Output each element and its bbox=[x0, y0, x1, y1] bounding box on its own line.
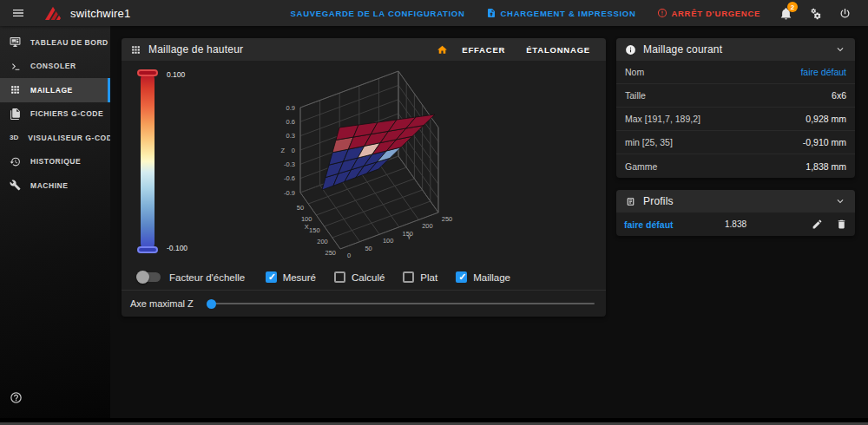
clear-mesh-button[interactable]: EFFACER bbox=[455, 42, 512, 57]
3d-icon: 3D bbox=[10, 134, 18, 141]
fluidd-logo-icon[interactable] bbox=[43, 5, 62, 21]
z-axis-slider-label: Axe maximal Z bbox=[130, 298, 194, 309]
color-scale-max-handle[interactable] bbox=[137, 69, 158, 76]
power-icon[interactable] bbox=[833, 2, 856, 24]
sidebar-item-gcode-viewer[interactable]: 3D VISUALISEUR G-CODE bbox=[0, 126, 110, 150]
svg-text:-0.9: -0.9 bbox=[284, 189, 295, 197]
svg-text:0.3: 0.3 bbox=[286, 132, 295, 140]
color-scale-min-label: -0.100 bbox=[167, 244, 187, 252]
z-axis-slider-row: Axe maximal Z bbox=[122, 291, 606, 317]
sidebar-item-dashboard[interactable]: TABLEAU DE BORD bbox=[0, 30, 110, 55]
toggle-knob bbox=[136, 271, 149, 284]
svg-text:200: 200 bbox=[317, 238, 328, 245]
svg-text:X: X bbox=[305, 223, 309, 231]
svg-text:0.6: 0.6 bbox=[286, 118, 295, 126]
sidebar-item-history[interactable]: HISTORIQUE bbox=[0, 150, 110, 174]
console-icon bbox=[10, 61, 21, 72]
checkbox-box bbox=[334, 271, 345, 283]
sidebar-label: MACHINE bbox=[30, 181, 69, 190]
svg-text:0: 0 bbox=[292, 147, 295, 154]
plot-controls-row: Facteur d'échelle Mesuré Calculé Plat bbox=[122, 265, 606, 290]
heightmap-card: Maillage de hauteur EFFACER ÉTALONNAGE 0… bbox=[122, 38, 606, 317]
table-row: Max [191,7, 189,2] 0,928 mm bbox=[616, 108, 855, 131]
upload-print-button[interactable]: CHARGEMENT & IMPRESSION bbox=[479, 4, 643, 22]
profiles-card: Profils 1.838 faire défaut bbox=[616, 190, 855, 236]
row-value: 0,928 mm bbox=[806, 114, 846, 124]
info-icon bbox=[625, 44, 636, 56]
sidebar-item-machine[interactable]: MACHINE bbox=[0, 173, 110, 198]
sidebar-label: CONSOLER bbox=[30, 62, 76, 70]
upload-file-icon bbox=[486, 8, 496, 18]
notifications-bell-icon[interactable]: 2 bbox=[774, 2, 797, 24]
grid-icon bbox=[10, 84, 21, 95]
current-mesh-card: Maillage courant Nom faire défaut Taille… bbox=[616, 38, 855, 178]
checkbox-box bbox=[266, 271, 277, 283]
profiles-card-header: Profils bbox=[616, 190, 855, 212]
sidebar-item-gcode-files[interactable]: FICHIERS G-CODE bbox=[0, 102, 110, 127]
chevron-down-icon[interactable] bbox=[834, 195, 846, 207]
row-value: 1,838 mm bbox=[806, 161, 846, 172]
sidebar-label: VISUALISEUR G-CODE bbox=[28, 134, 117, 142]
table-row: Taille 6x6 bbox=[616, 84, 855, 108]
alert-circle-icon bbox=[657, 8, 667, 18]
edit-pencil-icon[interactable] bbox=[812, 219, 823, 230]
current-mesh-card-title: Maillage courant bbox=[643, 43, 722, 56]
top-app-bar: switchwire1 SAUVEGARDE DE LA CONFIGURATI… bbox=[0, 0, 868, 26]
calibrate-button[interactable]: ÉTALONNAGE bbox=[519, 42, 597, 57]
svg-text:50: 50 bbox=[297, 204, 304, 212]
color-scale-min-handle[interactable] bbox=[137, 246, 158, 253]
sidebar-label: FICHIERS G-CODE bbox=[30, 109, 103, 118]
checkbox-wireframe[interactable]: Maillage bbox=[456, 271, 510, 283]
emergency-stop-button[interactable]: ARRÊT D'URGENCE bbox=[650, 4, 768, 22]
current-mesh-card-header: Maillage courant bbox=[616, 38, 855, 61]
heightmap-card-header: Maillage de hauteur EFFACER ÉTALONNAGE bbox=[122, 38, 606, 61]
files-icon bbox=[10, 108, 21, 120]
checkbox-measured[interactable]: Mesuré bbox=[266, 271, 316, 283]
grid-icon bbox=[130, 44, 141, 56]
row-label: min [25, 35] bbox=[625, 137, 673, 147]
row-label: Max [191,7, 189,2] bbox=[625, 114, 700, 124]
heightmap-plot-region: 0.90.60.30-0.3-0.6-0.9501001502002500501… bbox=[122, 61, 606, 265]
svg-text:50: 50 bbox=[365, 245, 372, 252]
upload-print-label: CHARGEMENT & IMPRESSION bbox=[501, 9, 636, 18]
row-value: -0,910 mm bbox=[803, 137, 846, 147]
row-label: Gamme bbox=[625, 161, 657, 172]
svg-text:150: 150 bbox=[309, 226, 320, 234]
table-row: Nom faire défaut bbox=[616, 61, 855, 84]
heightmap-card-title: Maillage de hauteur bbox=[148, 43, 243, 56]
sidebar-item-mesh[interactable]: MAILLAGE bbox=[0, 78, 110, 102]
home-icon[interactable] bbox=[437, 44, 448, 56]
color-scale-gradient bbox=[141, 72, 155, 251]
table-row: Gamme 1,838 mm bbox=[616, 154, 855, 178]
save-config-button[interactable]: SAUVEGARDE DE LA CONFIGURATION bbox=[284, 5, 472, 22]
svg-text:0: 0 bbox=[347, 252, 351, 259]
estop-label: ARRÊT D'URGENCE bbox=[672, 9, 761, 18]
chevron-down-icon[interactable] bbox=[834, 43, 846, 56]
checkbox-flat[interactable]: Plat bbox=[403, 271, 437, 283]
profile-row: 1.838 faire défaut bbox=[616, 212, 855, 236]
window-bottom-frame bbox=[0, 418, 868, 425]
checkbox-label: Mesuré bbox=[283, 272, 316, 283]
svg-text:100: 100 bbox=[301, 215, 312, 223]
heightmap-3d-plot[interactable]: 0.90.60.30-0.3-0.6-0.9501001502002500501… bbox=[122, 61, 606, 265]
svg-text:Y: Y bbox=[407, 233, 411, 241]
row-label: Taille bbox=[625, 90, 646, 101]
menu-icon[interactable] bbox=[9, 3, 28, 23]
z-axis-slider[interactable] bbox=[207, 303, 595, 304]
svg-text:250: 250 bbox=[325, 249, 336, 257]
sidebar-item-console[interactable]: CONSOLER bbox=[0, 55, 110, 79]
delete-trash-icon[interactable] bbox=[836, 219, 847, 230]
scale-factor-toggle[interactable] bbox=[137, 272, 161, 282]
z-axis-slider-thumb[interactable] bbox=[207, 299, 216, 309]
color-scale[interactable]: 0.100 -0.100 bbox=[141, 72, 155, 251]
settings-cogs-icon[interactable] bbox=[804, 2, 826, 24]
wrench-icon bbox=[10, 180, 21, 191]
checkbox-computed[interactable]: Calculé bbox=[334, 271, 385, 283]
sidebar-label: TABLEAU DE BORD bbox=[30, 38, 108, 47]
sidebar-label: HISTORIQUE bbox=[30, 157, 81, 166]
sidebar-label: MAILLAGE bbox=[30, 86, 73, 95]
svg-text:Z: Z bbox=[280, 147, 285, 154]
app-window: switchwire1 SAUVEGARDE DE LA CONFIGURATI… bbox=[0, 0, 868, 418]
row-value: 6x6 bbox=[832, 90, 846, 101]
help-icon[interactable] bbox=[10, 391, 23, 404]
